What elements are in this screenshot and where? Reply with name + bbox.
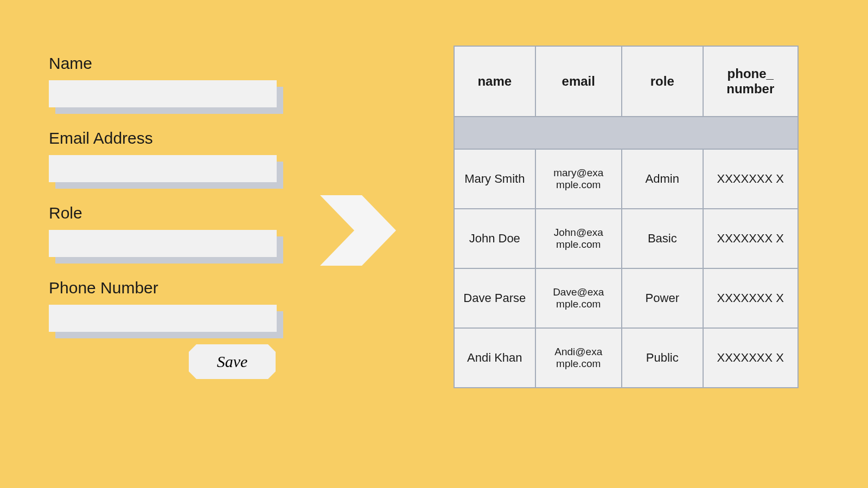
cell-name: Mary Smith — [454, 149, 535, 209]
cell-role: Power — [622, 268, 703, 328]
cell-name: John Doe — [454, 209, 535, 268]
table-row: John Doe John@exa mple.com Basic XXXXXXX… — [454, 209, 798, 268]
cell-phone: XXXXXXX X — [703, 209, 798, 268]
cell-role: Admin — [622, 149, 703, 209]
field-email: Email Address — [49, 129, 288, 182]
phone-input[interactable] — [49, 305, 277, 332]
table-row: Andi Khan Andi@exa mple.com Public XXXXX… — [454, 328, 798, 388]
col-header-role: role — [622, 46, 703, 117]
field-name: Name — [49, 54, 288, 107]
cell-email: mary@exa mple.com — [535, 149, 622, 209]
cell-phone: XXXXXXX X — [703, 268, 798, 328]
cell-phone: XXXXXXX X — [703, 328, 798, 388]
table-title-cell — [454, 117, 798, 149]
label-email: Email Address — [49, 129, 288, 147]
email-input[interactable] — [49, 155, 277, 182]
cell-name: Andi Khan — [454, 328, 535, 388]
label-phone: Phone Number — [49, 279, 288, 297]
user-form: Name Email Address Role Phone Number — [49, 54, 288, 354]
cell-email: Andi@exa mple.com — [535, 328, 622, 388]
table-header-row: name email role phone_ number — [454, 46, 798, 117]
label-name: Name — [49, 54, 288, 73]
field-role: Role — [49, 204, 288, 257]
save-button[interactable]: Save — [189, 344, 276, 379]
col-header-name: name — [454, 46, 535, 117]
arrow-right-icon — [320, 195, 396, 266]
cell-name: Dave Parse — [454, 268, 535, 328]
table-row: Dave Parse Dave@exa mple.com Power XXXXX… — [454, 268, 798, 328]
cell-email: Dave@exa mple.com — [535, 268, 622, 328]
field-phone: Phone Number — [49, 279, 288, 332]
label-role: Role — [49, 204, 288, 222]
cell-email: John@exa mple.com — [535, 209, 622, 268]
cell-role: Public — [622, 328, 703, 388]
users-table: name email role phone_ number Mary Smith… — [454, 46, 799, 388]
role-input[interactable] — [49, 230, 277, 257]
name-input[interactable] — [49, 80, 277, 107]
table-title-row — [454, 117, 798, 149]
cell-phone: XXXXXXX X — [703, 149, 798, 209]
cell-role: Basic — [622, 209, 703, 268]
col-header-email: email — [535, 46, 622, 117]
col-header-phone: phone_ number — [703, 46, 798, 117]
table-row: Mary Smith mary@exa mple.com Admin XXXXX… — [454, 149, 798, 209]
